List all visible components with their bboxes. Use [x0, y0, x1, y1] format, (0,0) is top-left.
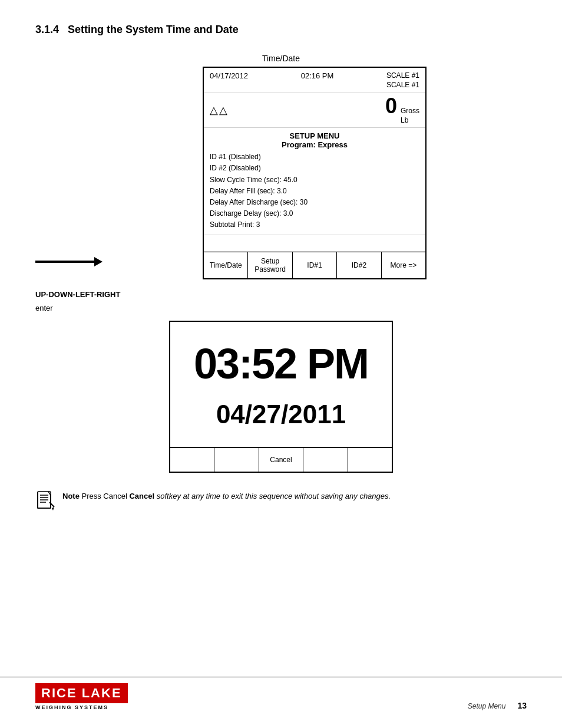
footer-logo: RICE LAKE WEIGHING SYSTEMS — [35, 683, 128, 710]
device-screen-1: 04/17/2012 02:16 PM SCALE #1 SCALE #1 △△… — [203, 67, 427, 279]
softkey-id1[interactable]: ID#1 — [293, 252, 337, 278]
footer-chapter: Setup Menu — [468, 702, 506, 710]
softkey-row-1: Time/Date SetupPassword ID#1 ID#2 More =… — [204, 252, 425, 278]
arrow-pointer — [35, 257, 103, 266]
screen-scale: SCALE #1 SCALE #1 — [386, 71, 419, 90]
softkey-id2[interactable]: ID#2 — [337, 252, 381, 278]
editor-softkey-cancel[interactable]: Cancel — [259, 448, 303, 472]
screen-label: Time/Date — [35, 54, 527, 63]
editor-softkey-1[interactable] — [170, 448, 214, 472]
editor-softkey-row: Cancel — [170, 447, 392, 472]
section-title: 3.1.4 Setting the System Time and Date — [35, 24, 527, 36]
page-footer: RICE LAKE WEIGHING SYSTEMS Setup Menu 13 — [0, 677, 562, 710]
logo-tagline: WEIGHING SYSTEMS — [35, 704, 108, 710]
screen-date: 04/17/2012 — [210, 71, 248, 80]
screen-arrows: △△ — [210, 104, 227, 117]
editor-time: 03:52 PM — [182, 340, 380, 388]
keyboard-instruction: UP-DOWN-LEFT-RIGHT — [35, 290, 527, 299]
editor-softkey-2[interactable] — [214, 448, 259, 472]
screen-time: 02:16 PM — [301, 71, 334, 80]
note-section: Note Press Cancel Cancel softkey at any … — [35, 490, 527, 512]
editor-date: 04/27/2011 — [182, 400, 380, 429]
editor-screen: 03:52 PM 04/27/2011 Cancel — [169, 321, 393, 473]
softkey-more[interactable]: More => — [382, 252, 425, 278]
editor-softkey-5[interactable] — [348, 448, 392, 472]
svg-marker-6 — [52, 507, 54, 510]
softkey-timedate[interactable]: Time/Date — [204, 252, 248, 278]
screen-zero-area: 0 Gross Lb — [385, 95, 419, 125]
editor-softkey-4[interactable] — [303, 448, 348, 472]
footer-page: 13 — [517, 701, 527, 710]
enter-instruction: enter — [35, 304, 527, 312]
note-icon — [35, 490, 57, 512]
note-text: Note Press Cancel Cancel softkey at any … — [62, 490, 391, 502]
setup-menu-lines: ID #1 (Disabled) ID #2 (Disabled) Slow C… — [210, 151, 419, 230]
softkey-setup-password[interactable]: SetupPassword — [248, 252, 292, 278]
footer-right: Setup Menu 13 — [468, 701, 527, 710]
logo-text: RICE LAKE — [35, 683, 128, 703]
setup-menu-area: SETUP MENU Program: Express ID #1 (Disab… — [204, 128, 425, 235]
